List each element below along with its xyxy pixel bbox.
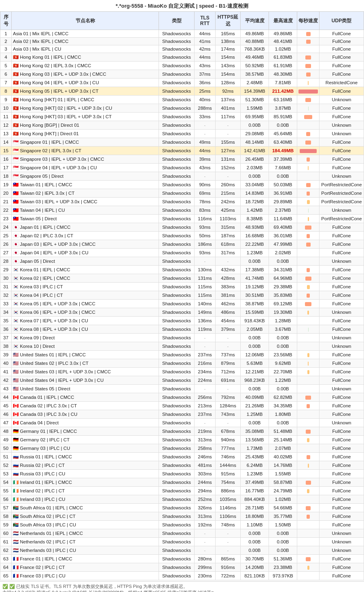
cell-https: 746ms — [216, 453, 241, 461]
cell-max: 62.82MB — [269, 393, 297, 402]
table-row: 51 🇷🇺 Russia 01 | IEPL | CMCC Shadowsock… — [0, 453, 364, 461]
cell-type: Shadowsocks — [159, 45, 195, 53]
cell-udp: FullCone — [320, 427, 364, 436]
cell-type: Shadowsocks — [159, 121, 195, 130]
cell-udp: FullCone — [320, 138, 364, 147]
cell-avg: 35.08MB — [241, 427, 269, 436]
cell-udp: FullCone — [320, 164, 364, 172]
cell-persec — [297, 181, 320, 189]
cell-name: 🇰🇷 Korea 07 | IEPL + UDP 3.0x | CU — [12, 317, 159, 325]
cell-persec — [297, 38, 320, 45]
cell-name: 🇨🇦 Canada 01 | IEPL | CMCC — [12, 393, 159, 402]
cell-tls: 136ms — [195, 317, 216, 325]
cell-https: 143ms — [216, 62, 241, 70]
cell-https: - — [216, 334, 241, 342]
cell-max: 0.00B — [269, 546, 297, 555]
cell-persec — [297, 376, 320, 385]
cell-https: 678ms — [216, 427, 241, 436]
cell-udp: FullCone — [320, 478, 364, 487]
cell-type: Shadowsocks — [159, 274, 195, 283]
cell-num: 48 — [0, 427, 12, 436]
cell-avg: 1.10MB — [241, 521, 269, 529]
cell-persec — [297, 121, 320, 130]
cell-udp: FullCone — [320, 291, 364, 300]
cell-https: 432ms — [216, 266, 241, 274]
cell-type: Shadowsocks — [159, 79, 195, 87]
cell-type: Shadowsocks — [159, 368, 195, 376]
cell-max: 0.00B — [269, 529, 297, 538]
cell-tls: 44ms — [195, 53, 216, 62]
cell-https: 722ms — [216, 572, 241, 580]
cell-num: 3 — [0, 45, 12, 53]
table-row: 26 🇯🇵 Japan 03 | IEPL + UDP 3.0x | CMCC … — [0, 240, 364, 249]
cell-udp: Unknown — [320, 419, 364, 427]
cell-persec — [297, 368, 320, 376]
cell-https: 486ms — [216, 308, 241, 317]
cell-persec — [297, 206, 320, 215]
cell-tls: 140ms — [195, 300, 216, 308]
cell-type: Shadowsocks — [159, 96, 195, 104]
cell-max: 49.86MB — [269, 30, 297, 38]
cell-avg: 0.00B — [241, 334, 269, 342]
footer-info: 主端=4.3.3 (697) 暗速=5.0.0-beta3 (DAS组-长沙电信… — [2, 590, 362, 592]
cell-avg: 50.92MB — [241, 62, 269, 70]
cell-persec — [297, 70, 320, 79]
cell-https: - — [216, 385, 241, 393]
cell-avg: 1.73MB — [241, 444, 269, 453]
cell-max: 0.00B — [269, 538, 297, 546]
cell-type: Shadowsocks — [159, 62, 195, 70]
cell-udp: FullCone — [320, 495, 364, 504]
cell-https: 383ms — [216, 283, 241, 291]
cell-tls: 303ms — [195, 470, 216, 478]
cell-name: 🇺🇸 United States 04 | IEPL + UDP 3.0x | … — [12, 376, 159, 385]
cell-max: 24.79MB — [269, 487, 297, 495]
cell-avg: 26.45MB — [241, 155, 269, 164]
cell-udp: FullCone — [320, 512, 364, 521]
col-header-https: HTTPS延迟 — [216, 12, 241, 30]
cell-persec — [297, 249, 320, 257]
cell-https: 379ms — [216, 325, 241, 334]
cell-avg: 15.59MB — [241, 308, 269, 317]
table-row: 64 🇫🇷 France 02 | IPLC | CT Shadowsocks … — [0, 563, 364, 572]
col-header-persec: 每秒速度 — [297, 12, 320, 30]
table-row: 3 Asia 03 | Mix IEPL | CU Shadowsocks 42… — [0, 45, 364, 53]
cell-tls: 258ms — [195, 444, 216, 453]
cell-tls: 288ms — [195, 104, 216, 113]
cell-type: Shadowsocks — [159, 38, 195, 45]
cell-persec — [297, 96, 320, 104]
cell-name: 🇨🇦 Canada 03 | IPLC 3.0x | CU — [12, 410, 159, 419]
cell-persec — [297, 172, 320, 181]
cell-tls: 246ms — [195, 453, 216, 461]
cell-tls: 69ms — [195, 189, 216, 198]
cell-persec — [297, 223, 320, 232]
footer: ✅ ✅ 已核实 TLS 证书。TLS RTT 为单次数据交换延迟，HTTPS P… — [0, 581, 364, 592]
cell-name: Asia 02 | Mix IEPL | CMCC — [12, 38, 159, 45]
cell-tls: 42ms — [195, 45, 216, 53]
cell-avg: 5.63MB — [241, 359, 269, 368]
cell-https: 155ms — [216, 138, 241, 147]
cell-udp: Unknown — [320, 308, 364, 317]
cell-https: 260ms — [216, 181, 241, 189]
cell-type: Shadowsocks — [159, 538, 195, 546]
cell-udp: RestrictedCone — [320, 79, 364, 87]
cell-persec — [297, 555, 320, 563]
cell-avg: 0.00B — [241, 121, 269, 130]
cell-max: 0.00B — [269, 385, 297, 393]
cell-avg: 1.42MB — [241, 206, 269, 215]
cell-name: 🇿🇦 South Africa 01 | IEPL | CMCC — [12, 504, 159, 512]
cell-tls: 40ms — [195, 96, 216, 104]
cell-type: Shadowsocks — [159, 198, 195, 206]
cell-max: 3.67MB — [269, 325, 297, 334]
cell-tls: 224ms — [195, 376, 216, 385]
cell-type: Shadowsocks — [159, 555, 195, 563]
cell-name: 🇳🇱 Netherlands 02 | IPLC | CT — [12, 538, 159, 546]
cell-num: 49 — [0, 436, 12, 444]
cell-max: 37.39MB — [269, 155, 297, 164]
cell-name: 🇸🇬 Singapore 02 | IEPL 3.0x | CT — [12, 147, 159, 155]
cell-avg: 41.74MB — [241, 274, 269, 283]
table-header: 序号 节点名称 类型 TLS RTT HTTPS延迟 平均速度 最高速度 每秒速… — [0, 12, 364, 30]
cell-avg: 48.14MB — [241, 138, 269, 147]
cell-persec — [297, 300, 320, 308]
cell-tls: 237ms — [195, 410, 216, 419]
cell-avg: 0.00B — [241, 172, 269, 181]
